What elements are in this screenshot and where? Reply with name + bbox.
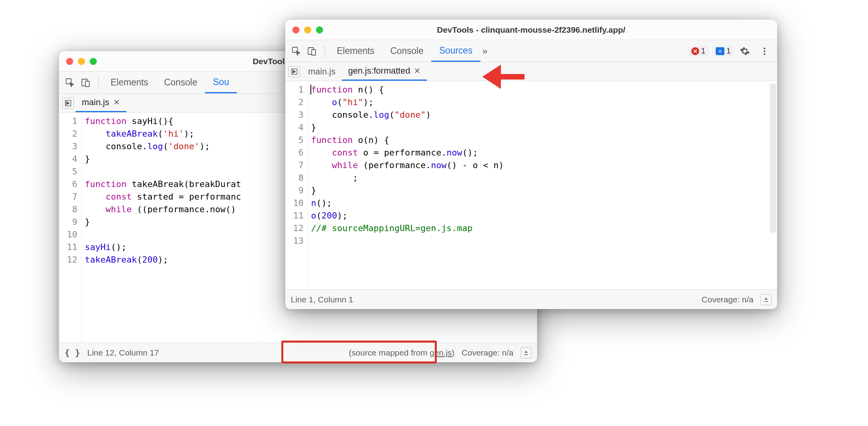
toolbar: Elements Console Sources » ✕ 1 ≡ 1 xyxy=(285,40,777,62)
inspect-icon[interactable] xyxy=(289,44,303,58)
statusbar: Line 1, Column 1 Coverage: n/a xyxy=(285,289,777,309)
code-editor[interactable]: 12345678910111213 function n() { o("hi")… xyxy=(285,81,777,289)
file-tab-label: main.js xyxy=(308,67,336,77)
svg-point-9 xyxy=(764,53,765,54)
coverage-label: Coverage: n/a xyxy=(462,348,513,357)
cursor-position: Line 12, Column 17 xyxy=(87,348,159,357)
device-toggle-icon[interactable] xyxy=(305,44,319,58)
message-icon: ≡ xyxy=(716,47,724,55)
error-icon: ✕ xyxy=(691,47,699,55)
messages-badge[interactable]: ≡ 1 xyxy=(713,46,734,56)
file-tabs: main.js gen.js:formatted ✕ xyxy=(285,62,777,81)
expand-icon[interactable] xyxy=(761,294,772,305)
zoom-traffic-light[interactable] xyxy=(316,26,323,33)
tab-elements[interactable]: Elements xyxy=(103,72,156,93)
tab-console[interactable]: Console xyxy=(156,72,205,93)
more-panels-icon[interactable]: » xyxy=(480,46,489,57)
device-toggle-icon[interactable] xyxy=(79,76,93,90)
close-traffic-light[interactable] xyxy=(292,26,299,33)
devtools-window-front: DevTools - clinquant-mousse-2f2396.netli… xyxy=(285,20,777,309)
minimize-traffic-light[interactable] xyxy=(304,26,311,33)
svg-point-7 xyxy=(764,47,765,49)
navigator-toggle-icon[interactable] xyxy=(288,66,300,77)
scrollbar[interactable] xyxy=(770,83,776,233)
source-mapped-link[interactable]: gen.js xyxy=(430,348,452,357)
close-icon[interactable]: ✕ xyxy=(113,98,120,107)
minimize-traffic-light[interactable] xyxy=(78,58,85,65)
traffic-lights xyxy=(66,58,97,65)
file-tab-gen-js-formatted[interactable]: gen.js:formatted ✕ xyxy=(342,62,427,81)
file-tab-main-js[interactable]: main.js ✕ xyxy=(76,94,126,112)
source-mapped-label: (source mapped from gen.js) xyxy=(349,348,454,357)
kebab-menu-icon[interactable] xyxy=(757,44,772,58)
cursor-position: Line 1, Column 1 xyxy=(291,295,353,304)
svg-rect-2 xyxy=(85,81,89,87)
svg-rect-6 xyxy=(312,50,316,55)
traffic-lights xyxy=(292,26,323,33)
code-content[interactable]: function n() { o("hi"); console.log("don… xyxy=(308,81,778,289)
divider xyxy=(98,76,99,89)
gear-icon[interactable] xyxy=(738,44,752,58)
coverage-label: Coverage: n/a xyxy=(702,295,753,304)
inspect-icon[interactable] xyxy=(63,76,77,90)
zoom-traffic-light[interactable] xyxy=(90,58,97,65)
tab-sources[interactable]: Sou xyxy=(205,72,237,93)
expand-icon[interactable] xyxy=(521,347,532,358)
file-tab-main-js[interactable]: main.js xyxy=(302,62,342,81)
tab-sources[interactable]: Sources xyxy=(431,40,480,62)
statusbar: { } Line 12, Column 17 (source mapped fr… xyxy=(59,343,537,362)
tab-elements[interactable]: Elements xyxy=(329,40,382,62)
pretty-print-icon[interactable]: { } xyxy=(65,348,80,357)
close-icon[interactable]: ✕ xyxy=(414,66,421,76)
divider xyxy=(325,45,325,57)
navigator-toggle-icon[interactable] xyxy=(62,98,74,109)
window-title: DevTools - clinquant-mousse-2f2396.netli… xyxy=(437,25,626,35)
line-numbers: 12345678910111213 xyxy=(285,81,308,289)
file-tab-label: main.js xyxy=(82,97,109,107)
close-traffic-light[interactable] xyxy=(66,58,73,65)
tab-console[interactable]: Console xyxy=(382,40,431,62)
file-tab-label: gen.js:formatted xyxy=(348,66,410,76)
line-numbers: 123456789101112 xyxy=(59,113,82,343)
titlebar: DevTools - clinquant-mousse-2f2396.netli… xyxy=(285,20,777,40)
svg-point-8 xyxy=(764,50,765,52)
error-badge[interactable]: ✕ 1 xyxy=(688,46,709,56)
